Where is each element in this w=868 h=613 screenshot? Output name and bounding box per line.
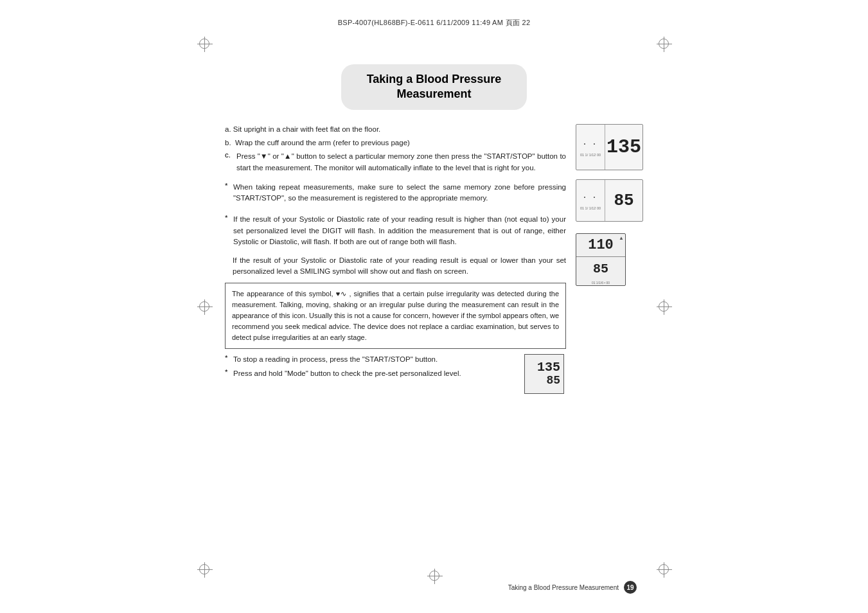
device-label-1: 01 1/ 1/12 00 — [580, 153, 601, 157]
device-final: 135 85 — [524, 354, 564, 394]
main-content: Taking a Blood Pressure Measurement a. S… — [225, 64, 643, 562]
note2-text: If the result of your Systolic or Diasto… — [233, 214, 566, 247]
reg-mark-tl — [199, 39, 209, 49]
reg-mark-tr — [659, 39, 669, 49]
note3-text: To stop a reading in process, press the … — [233, 354, 438, 365]
doc-header: BSP-4007(HL868BF)-E-0611 6/11/2009 11:49… — [338, 18, 531, 28]
device-arrow-up: ▲ — [619, 235, 624, 241]
step-c-wrapper: c. Press "▼" or "▲" button to select a p… — [225, 151, 566, 178]
note2-asterisk: * — [225, 214, 231, 253]
device-display-2: · · 01 1/ 1/12 00 85 — [576, 179, 643, 222]
content-area: a. Sit upright in a chair with feet flat… — [225, 124, 643, 394]
bottom-section: * To stop a reading in process, press th… — [225, 354, 566, 394]
reg-mark-center — [429, 571, 439, 581]
device-number-1: 135 — [607, 136, 641, 158]
note3-asterisk: * — [225, 354, 231, 365]
note1-wrapper: * When taking repeat measurements, make … — [225, 182, 566, 209]
device-number-2: 85 — [614, 191, 633, 210]
page-footer: Taking a Blood Pressure Measurement 19 — [508, 581, 637, 594]
device-label-2: 01 1/ 1/12 00 — [580, 206, 601, 210]
device-left-1: · · 01 1/ 1/12 00 — [576, 125, 605, 170]
reg-mark-mid-left — [199, 301, 209, 312]
page-number: 19 — [624, 581, 637, 594]
device-display-1: · · 01 1/ 1/12 00 135 — [576, 124, 643, 170]
page-title: Taking a Blood Pressure Measurement — [367, 72, 502, 102]
device-final-bottom: 85 — [546, 375, 560, 387]
left-content: a. Sit upright in a chair with feet flat… — [225, 124, 566, 394]
title-box: Taking a Blood Pressure Measurement — [341, 64, 527, 110]
reg-mark-bl — [199, 564, 209, 574]
step-c-text: Press "▼" or "▲" button to select a part… — [236, 151, 566, 174]
device-final-top: 135 — [537, 360, 560, 375]
device-label-3: 01 1/1/6 • 00 — [576, 280, 625, 285]
reg-mark-mid-right — [659, 301, 669, 312]
note4-asterisk: * — [225, 368, 231, 379]
device-left-2: · · 01 1/ 1/12 00 — [576, 180, 605, 221]
right-images: · · 01 1/ 1/12 00 135 · · 01 1/ 1/12 00 … — [576, 124, 643, 286]
bottom-notes: * To stop a reading in process, press th… — [225, 354, 515, 380]
reg-mark-br — [659, 564, 669, 574]
note3-wrapper: * To stop a reading in process, press th… — [225, 354, 515, 365]
bottom-device: 135 85 — [524, 354, 566, 394]
device-number-3-top: 110 — [588, 237, 614, 253]
page: BSP-4007(HL868BF)-E-0611 6/11/2009 11:49… — [0, 0, 868, 613]
step-c-label: c. — [225, 151, 234, 178]
note4-wrapper: * Press and hold "Mode" button to check … — [225, 368, 515, 379]
note2-wrapper: * If the result of your Systolic or Dias… — [225, 214, 566, 253]
step-a: a. Sit upright in a chair with feet flat… — [225, 124, 566, 135]
bordered-box: The appearance of this symbol, ♥∿ , sign… — [225, 283, 566, 349]
device-bottom-3: 85 — [576, 257, 625, 280]
note4-text: Press and hold "Mode" button to check th… — [233, 368, 461, 379]
device-display-3: 110 ▲ 85 01 1/1/6 • 00 — [576, 233, 626, 286]
title-container: Taking a Blood Pressure Measurement — [225, 64, 643, 110]
device-right-1: 135 — [605, 125, 642, 170]
note2-continuation: If the result of your Systolic or Diasto… — [233, 255, 566, 278]
dots-2: · · — [583, 192, 598, 202]
note1-asterisk: * — [225, 182, 231, 209]
note1-text: When taking repeat measurements, make su… — [233, 182, 566, 204]
dots-1: · · — [583, 139, 598, 149]
device-top-3: 110 ▲ — [576, 234, 625, 258]
device-number-3-bottom: 85 — [593, 262, 608, 276]
footer-label: Taking a Blood Pressure Measurement — [508, 584, 619, 591]
device-right-2: 85 — [605, 180, 642, 221]
step-b: b. Wrap the cuff around the arm (refer t… — [225, 138, 566, 148]
